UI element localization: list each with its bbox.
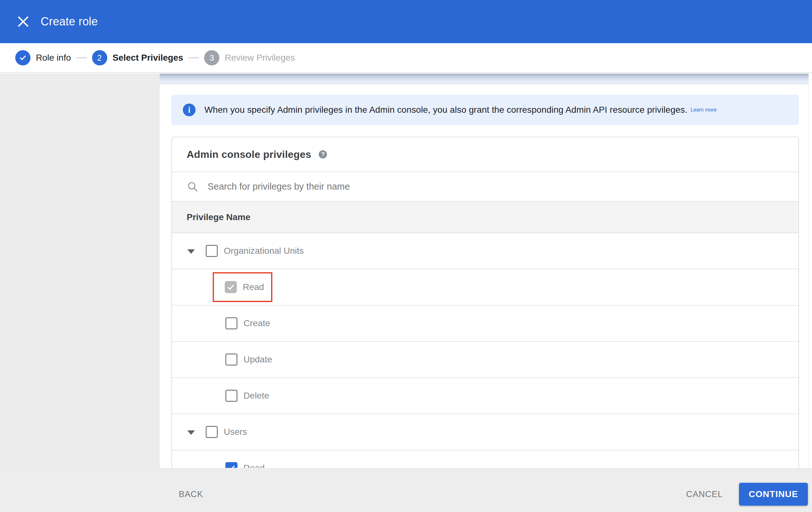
privilege-label: Users	[224, 427, 247, 437]
learn-more-link[interactable]: Learn more	[691, 107, 717, 113]
checkbox-delete[interactable]	[225, 390, 237, 402]
footer-bar: BACK CANCEL CONTINUE	[0, 468, 812, 512]
checkbox-read	[225, 281, 237, 293]
step-label: Select Privileges	[113, 53, 183, 63]
step-select-privileges[interactable]: 2 Select Privileges	[92, 50, 183, 65]
step-complete-check-icon	[15, 50, 30, 65]
checkbox-update[interactable]	[225, 353, 237, 366]
chevron-down-icon[interactable]	[187, 430, 195, 435]
privilege-search-input[interactable]	[207, 181, 784, 192]
scroll-shadow-strip	[160, 74, 809, 84]
step-review-privileges[interactable]: 3 Review Privileges	[204, 50, 295, 65]
privilege-name-column-header: Privilege Name	[172, 202, 799, 233]
privilege-label: Organizational Units	[224, 246, 304, 256]
card-title: Admin console privileges	[187, 149, 311, 160]
privilege-row: Update	[172, 342, 799, 378]
help-icon[interactable]: ?	[319, 150, 327, 159]
continue-button[interactable]: CONTINUE	[739, 483, 808, 506]
step-number: 3	[204, 50, 219, 65]
checkbox-users[interactable]	[206, 426, 218, 438]
step-connector	[188, 57, 199, 58]
create-role-dialog: Create role Role info 2 Select Privilege…	[0, 0, 812, 512]
step-label: Review Privileges	[225, 53, 295, 63]
app-bar: Create role	[0, 0, 812, 43]
chevron-down-icon[interactable]	[187, 249, 195, 254]
info-icon: i	[183, 104, 196, 116]
privilege-row: Delete	[172, 378, 799, 414]
info-banner-text: When you specify Admin privileges in the…	[204, 105, 688, 115]
privilege-row: Organizational Units	[172, 233, 799, 269]
info-banner: i When you specify Admin privileges in t…	[171, 95, 799, 125]
close-icon[interactable]	[16, 14, 30, 29]
privilege-row: Read	[172, 269, 799, 305]
checkbox-read[interactable]	[225, 462, 237, 468]
step-label: Role info	[36, 53, 71, 63]
privilege-row: Read	[172, 450, 799, 468]
privilege-label: Update	[243, 354, 272, 365]
annotation-highlight-box: Read	[213, 272, 272, 302]
step-role-info[interactable]: Role info	[15, 50, 71, 65]
privilege-search-row	[172, 172, 799, 202]
dialog-title: Create role	[40, 0, 98, 43]
privilege-label: Read	[243, 463, 265, 468]
admin-console-privileges-card: Admin console privileges ? Privilege Nam…	[171, 137, 799, 468]
privilege-row: Users	[172, 414, 799, 450]
privilege-label: Read	[243, 282, 264, 292]
checkbox-create[interactable]	[225, 317, 237, 329]
cancel-button[interactable]: CANCEL	[686, 483, 723, 506]
checkbox-organizational-units[interactable]	[206, 245, 218, 257]
privilege-label: Delete	[243, 391, 269, 401]
privilege-label: Create	[243, 318, 270, 328]
card-header: Admin console privileges ?	[172, 137, 799, 172]
step-connector	[76, 57, 87, 58]
scrollbar-track[interactable]	[809, 74, 812, 468]
privilege-rows: Organizational UnitsReadCreateUpdateDele…	[172, 233, 799, 468]
privilege-row: Create	[172, 305, 799, 342]
search-icon	[187, 181, 199, 193]
left-spacer-panel	[0, 74, 160, 512]
stepper: Role info 2 Select Privileges 3 Review P…	[0, 43, 812, 73]
back-button[interactable]: BACK	[179, 483, 203, 506]
step-number: 2	[92, 50, 107, 65]
